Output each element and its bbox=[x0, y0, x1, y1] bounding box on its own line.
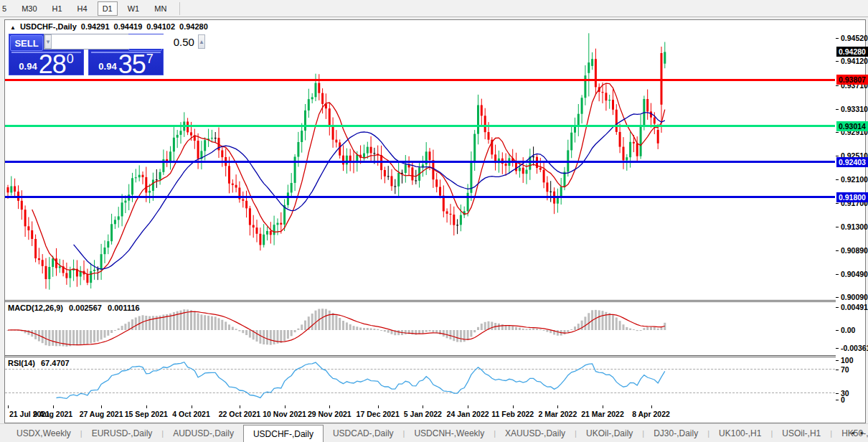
tab-xauusd-daily[interactable]: XAUUSD-,Daily bbox=[496, 424, 575, 442]
tab-scroll-buttons: ◄ ► bbox=[849, 424, 865, 442]
tab-eurusd-daily[interactable]: EURUSD-,Daily bbox=[82, 424, 162, 442]
main-chart-pane[interactable]: ▲USDCHF-,Daily0.942910.944190.941020.942… bbox=[5, 20, 836, 300]
axis-tick bbox=[836, 348, 839, 349]
tab-audusd-daily[interactable]: AUDUSD-,Daily bbox=[164, 424, 243, 442]
one-click-trade-panel: SELL 0.94 28 0 BUY 0.94 35 7 ▼ bbox=[9, 34, 164, 75]
tab-uk100-h1[interactable]: UK100-,H1 bbox=[709, 424, 770, 442]
tab-usdchf-daily[interactable]: USDCHF-,Daily bbox=[243, 425, 324, 442]
chevron-up-icon: ▲ bbox=[199, 39, 204, 45]
rsi-title: RSI(14) 67.4707 bbox=[8, 359, 70, 367]
date-label: 15 Sep 2021 bbox=[125, 410, 168, 418]
axis-tick bbox=[836, 132, 839, 133]
timeframe-button-m30[interactable]: M30 bbox=[16, 1, 42, 16]
chevron-down-icon: ▼ bbox=[45, 39, 51, 45]
tab-scroll-right-icon[interactable]: ► bbox=[859, 430, 865, 436]
macd-pane[interactable]: MACD(12,26,9) 0.002567 0.001116 bbox=[5, 302, 836, 355]
timeframe-button-h4[interactable]: H4 bbox=[72, 1, 93, 16]
buy-price: 0.94 35 7 bbox=[89, 52, 163, 74]
date-axis[interactable]: 21 Jul 20219 Aug 202127 Aug 202115 Sep 2… bbox=[5, 405, 865, 423]
timeframe-button-5[interactable]: 5 bbox=[0, 1, 11, 16]
rsi-axis-label-70: 70 bbox=[841, 365, 849, 374]
horizontal-line-0.92403[interactable] bbox=[5, 161, 835, 163]
price-axis[interactable]: 0.945200.941200.937100.933100.929100.925… bbox=[836, 20, 865, 423]
tab-usoil-h1[interactable]: USOil-,H1 bbox=[773, 424, 830, 442]
quote-open: 0.94291 bbox=[81, 22, 110, 31]
horizontal-line-0.93014[interactable] bbox=[5, 125, 835, 127]
tab-dj30-daily[interactable]: DJ30-,Daily bbox=[644, 424, 707, 442]
tab-usdx-weekly[interactable]: USDX,Weekly bbox=[7, 424, 80, 442]
date-tick bbox=[8, 405, 9, 408]
axis-tick bbox=[836, 227, 839, 227]
price-label-0.91300: 0.91300 bbox=[841, 222, 868, 231]
tab-usdcad-daily[interactable]: USDCAD-,Daily bbox=[324, 424, 403, 442]
macd-axis-label-0.004913: 0.004913 bbox=[841, 303, 868, 311]
price-badge-0.91800: 0.91800 bbox=[836, 192, 868, 202]
axis-tick bbox=[836, 61, 839, 62]
axis-tick bbox=[836, 330, 839, 331]
date-tick bbox=[651, 405, 652, 408]
collapse-icon[interactable]: ▲ bbox=[10, 24, 16, 31]
price-label-0.92100: 0.92100 bbox=[841, 175, 868, 184]
date-label: 21 Mar 2022 bbox=[581, 410, 624, 418]
axis-tick bbox=[836, 109, 839, 110]
tab-scroll-left-icon[interactable]: ◄ bbox=[849, 430, 855, 436]
timeframe-button-w1[interactable]: W1 bbox=[123, 1, 145, 16]
timeframe-button-d1[interactable]: D1 bbox=[98, 1, 118, 16]
sell-button[interactable]: SELL bbox=[10, 35, 43, 51]
price-label-0.90490: 0.90490 bbox=[841, 270, 868, 278]
timeframe-toolbar: 5M30H1H4D1W1MN bbox=[0, 0, 868, 17]
rsi-axis-label-0: 0 bbox=[841, 395, 845, 404]
buy-price-big: 35 bbox=[118, 55, 146, 74]
volume-spinner: ▼ ▲ bbox=[44, 34, 128, 50]
date-label: 29 Nov 2021 bbox=[308, 410, 352, 418]
date-label: 17 Dec 2021 bbox=[357, 410, 400, 418]
axis-tick bbox=[836, 400, 839, 400]
chart-tab-bar: USDX,Weekly|EURUSD-,Daily|AUDUSD-,DailyU… bbox=[0, 423, 868, 442]
quote-high: 0.94419 bbox=[114, 22, 143, 31]
date-tick bbox=[603, 405, 603, 408]
sell-price-big: 28 bbox=[39, 55, 66, 74]
date-tick bbox=[285, 405, 286, 408]
quote-low: 0.94102 bbox=[146, 22, 175, 31]
horizontal-line-0.918[interactable] bbox=[5, 196, 835, 198]
quote-close: 0.94280 bbox=[179, 22, 208, 31]
date-tick bbox=[329, 405, 330, 408]
sell-price: 0.94 28 0 bbox=[9, 52, 83, 74]
price-badge-0.93014: 0.93014 bbox=[836, 121, 868, 131]
price-badge-0.94280: 0.94280 bbox=[836, 47, 868, 57]
chart-title: USDCHF-,Daily bbox=[20, 22, 77, 31]
macd-title: MACD(12,26,9) 0.002567 0.001116 bbox=[8, 304, 140, 312]
tab-usdcnh-weekly[interactable]: USDCNH-,Weekly bbox=[405, 424, 494, 442]
date-label: 9 Aug 2021 bbox=[33, 410, 72, 418]
axis-tick bbox=[836, 38, 839, 39]
chart-window: ▲USDCHF-,Daily0.942910.944190.941020.942… bbox=[4, 19, 866, 423]
date-tick bbox=[101, 405, 102, 408]
price-label-0.90890: 0.90890 bbox=[841, 246, 868, 255]
date-label: 2 Mar 2022 bbox=[539, 410, 577, 418]
volume-input[interactable] bbox=[52, 34, 198, 49]
rsi-pane[interactable]: RSI(14) 67.4707 bbox=[5, 357, 836, 405]
volume-decrease-button[interactable]: ▼ bbox=[44, 34, 52, 49]
axis-tick bbox=[836, 393, 839, 394]
date-label: 11 Feb 2022 bbox=[491, 410, 534, 418]
tab-ukoil-daily[interactable]: UKOil-,Daily bbox=[577, 424, 642, 442]
price-badge-0.92403: 0.92403 bbox=[836, 157, 868, 167]
timeframe-button-mn[interactable]: MN bbox=[149, 1, 171, 16]
price-label-0.93310: 0.93310 bbox=[841, 105, 868, 113]
rsi-chart bbox=[5, 357, 835, 405]
timeframe-button-h1[interactable]: H1 bbox=[47, 1, 67, 16]
axis-tick bbox=[836, 274, 839, 275]
date-label: 4 Oct 2021 bbox=[172, 410, 210, 418]
price-badge-0.93807: 0.93807 bbox=[836, 75, 868, 85]
date-tick bbox=[513, 405, 514, 408]
buy-price-small: 0.94 bbox=[98, 61, 116, 72]
axis-tick bbox=[836, 297, 839, 298]
date-tick bbox=[53, 405, 54, 408]
macd-axis-label--0.003614: -0.003614 bbox=[841, 344, 868, 352]
price-label-0.90090: 0.90090 bbox=[841, 293, 868, 301]
volume-increase-button[interactable]: ▲ bbox=[198, 34, 205, 49]
macd-axis-label-0.00: 0.00 bbox=[841, 326, 855, 334]
toolbar-separator bbox=[179, 2, 180, 15]
date-tick bbox=[378, 405, 379, 408]
date-tick bbox=[557, 405, 558, 408]
